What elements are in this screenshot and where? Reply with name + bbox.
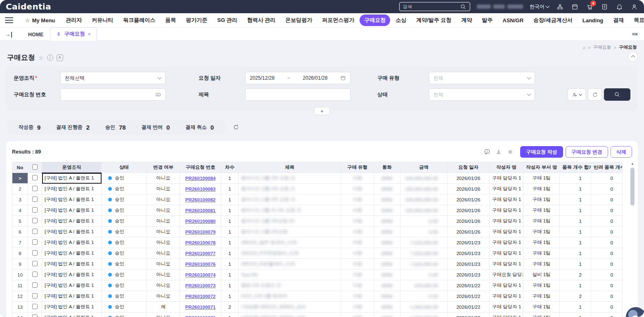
select-all-checkbox[interactable]	[32, 164, 38, 170]
memo-icon[interactable]: A	[57, 54, 63, 61]
column-header[interactable]: 운영조직	[42, 162, 102, 173]
expand-filter-button[interactable]: +	[314, 107, 330, 115]
global-search-input[interactable]	[403, 4, 460, 9]
status-chip[interactable]: 결재 취소0	[185, 124, 214, 131]
pr-number-link[interactable]: PR260100077	[185, 251, 216, 256]
row-checkbox[interactable]	[32, 315, 38, 317]
row-checkbox[interactable]	[32, 218, 38, 223]
row-checkbox[interactable]	[32, 239, 38, 245]
table-row[interactable]: 4[구매] 법인 A / 플랜트 1승인아니오PR2601000811동아시드그…	[12, 205, 623, 216]
row-checkbox[interactable]	[32, 293, 38, 298]
hamburger-menu-icon[interactable]	[5, 16, 13, 25]
menu-item[interactable]: ASN/GR	[498, 15, 528, 26]
reset-filters-button[interactable]	[588, 88, 602, 101]
row-checkbox[interactable]	[32, 282, 38, 288]
change-pr-button[interactable]: 구매요청 변경	[566, 146, 608, 158]
table-row[interactable]: 12[구매] 법인 A / 플랜트 1승인아니오PR26010007210122…	[12, 291, 623, 302]
org-chart-icon[interactable]	[556, 2, 564, 11]
column-header[interactable]: 작성자 부서 명	[523, 162, 560, 173]
calendar-icon[interactable]	[340, 75, 346, 81]
table-vertical-scrollbar[interactable]: ▲ ▼	[630, 162, 635, 317]
menu-item[interactable]: 워크플레이스	[118, 14, 160, 26]
menu-item[interactable]: 계약	[457, 14, 477, 26]
pr-number-link[interactable]: PR260100079	[185, 229, 216, 234]
bell-icon[interactable]	[615, 2, 623, 11]
column-header[interactable]: 변경 여부	[147, 162, 180, 173]
table-row[interactable]: 9[구매] 법인 A / 플랜트 1승인아니오PR260100076126012…	[12, 259, 623, 270]
row-checkbox[interactable]	[32, 272, 38, 277]
table-row[interactable]: 11[구매] 법인 A / 플랜트 1승인아니오PR2601000731품명 2…	[12, 280, 623, 291]
pr-number-link[interactable]: PR260100084	[185, 176, 216, 181]
menu-item[interactable]: 관리자	[61, 14, 86, 26]
status-chip[interactable]: 결재 진행중2	[56, 124, 90, 131]
table-row[interactable]: 5[구매] 법인 A / 플랜트 1승인아니오PR2601000801동아시드그…	[12, 216, 623, 227]
cart-icon[interactable]: 4	[585, 2, 594, 11]
table-row[interactable]: 3[구매] 법인 A / 플랜트 1승인아니오PR2601000821동아시드그…	[12, 194, 623, 205]
search-button[interactable]	[604, 88, 630, 101]
tab-purchase-request[interactable]: 구매요청 ×	[50, 27, 97, 41]
search-icon[interactable]	[460, 3, 466, 10]
menu-item[interactable]: 퍼포먼스평가	[317, 14, 359, 26]
column-header[interactable]: 제목	[239, 162, 341, 173]
row-checkbox[interactable]	[32, 304, 38, 309]
collapse-sidebar-icon[interactable]: →|	[5, 31, 12, 38]
close-all-tabs-icon[interactable]: ≡×	[632, 31, 637, 37]
breadcrumb-level1[interactable]: 구매요청	[593, 44, 611, 50]
pr-number-input[interactable]	[60, 88, 166, 101]
table-row[interactable]: >[구매] 법인 A / 플랜트 1승인아니오PR2601000841동아시드그…	[12, 173, 623, 184]
notes-icon[interactable]	[600, 2, 608, 11]
date-to-value[interactable]: 2026/01/28	[303, 75, 327, 81]
my-condition-button[interactable]	[568, 88, 586, 101]
table-row[interactable]: 2[구매] 법인 A / 플랜트 1승인아니오PR2601000831동아시드그…	[12, 184, 623, 194]
row-checkbox[interactable]	[32, 250, 38, 255]
scrollbar-thumb[interactable]	[630, 168, 635, 206]
calendar-icon[interactable]	[571, 2, 579, 11]
table-row[interactable]: 6[구매] 법인 A / 플랜트 1승인아니오PR2601000791동아시드그…	[12, 227, 623, 237]
profile-icon[interactable]	[630, 2, 638, 11]
column-header[interactable]: 통화	[374, 162, 400, 173]
column-header[interactable]: 상태	[102, 162, 147, 173]
status-chip[interactable]: 결재 반려0	[142, 124, 170, 131]
menu-item[interactable]: 구매요청	[360, 14, 390, 26]
column-header[interactable]: No	[12, 162, 28, 173]
row-checkbox[interactable]	[32, 175, 38, 180]
gear-icon[interactable]	[507, 149, 514, 155]
pr-number-link[interactable]: PR260100076	[185, 262, 216, 267]
tab-home[interactable]: HOME	[21, 29, 50, 40]
global-search[interactable]	[399, 2, 470, 11]
keyboard-icon[interactable]	[155, 92, 161, 97]
column-header[interactable]: 작성자 명	[490, 162, 523, 173]
menu-item-my-menu[interactable]: ☆ My Menu	[21, 15, 59, 26]
close-icon[interactable]: ×	[88, 31, 90, 37]
menu-item[interactable]: 커뮤니티	[87, 14, 118, 26]
request-date-range[interactable]: 2025/12/28 ~ 2026/01/28	[245, 72, 350, 84]
download-icon[interactable]	[495, 149, 502, 155]
row-checkbox[interactable]	[32, 229, 38, 234]
status-select[interactable]: 전체	[429, 88, 535, 101]
table-row[interactable]: 13[구매] 법인 A / 플랜트 1승인예PR2601000712<작성중>2…	[12, 302, 623, 312]
menu-item[interactable]: SG 관리	[213, 14, 242, 26]
date-from-value[interactable]: 2025/12/28	[250, 75, 275, 81]
pr-number-link[interactable]: PR260100080	[185, 219, 216, 224]
table-row[interactable]: 10[구매] 법인 A / 플랜트 1승인아니오PR2601000741Test…	[12, 270, 623, 280]
row-checkbox[interactable]	[32, 196, 38, 202]
table-row[interactable]: 8[구매] 법인 A / 플랜트 1승인아니오PR260100077126012…	[12, 248, 623, 259]
home-icon[interactable]: ⌂	[582, 45, 585, 50]
refresh-summary-icon[interactable]	[233, 124, 239, 130]
column-header[interactable]	[28, 162, 42, 173]
org-select[interactable]: 전체선택	[60, 72, 166, 84]
menu-item[interactable]: 목표재료비	[629, 14, 644, 26]
column-header[interactable]: 품목 개수 합계	[560, 162, 591, 173]
table-row[interactable]: 14[구매] 법인 A / 플랜트 1승인아니오PR2601000711<작성중…	[12, 312, 623, 317]
status-chip[interactable]: 승인78	[105, 124, 126, 131]
menu-item[interactable]: 송장/세금계산서	[529, 14, 577, 26]
column-header[interactable]: 구매요청 번호	[180, 162, 221, 173]
status-chip[interactable]: 작성중9	[19, 124, 40, 131]
pr-number-link[interactable]: PR260100081	[185, 208, 216, 213]
column-header[interactable]: 구매 유형	[341, 162, 374, 173]
menu-item[interactable]: 결재	[608, 14, 628, 26]
delete-pr-button[interactable]: 삭제	[611, 146, 632, 158]
language-selector[interactable]: 한국어	[530, 3, 549, 10]
column-header[interactable]: 차수	[221, 162, 239, 173]
collapse-filter-button[interactable]	[628, 52, 638, 62]
